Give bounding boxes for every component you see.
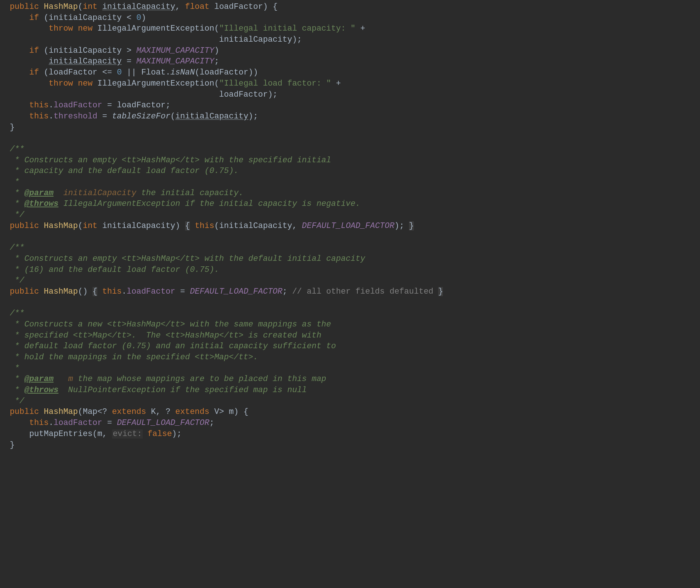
num: 0 [136, 13, 141, 23]
p: ( [78, 287, 83, 296]
semi: ; [297, 35, 302, 44]
K: K [151, 407, 156, 416]
kw-this: this [195, 221, 214, 231]
op: < [97, 407, 102, 416]
const: MAXIMUM_CAPACITY [136, 57, 214, 66]
semi: ; [214, 57, 219, 66]
op: = [102, 112, 107, 121]
inline-hint: evict: [112, 429, 143, 439]
doc-throws-type: IllegalArgumentException [63, 199, 180, 208]
method-name: HashMap [44, 407, 78, 416]
p: ) [292, 35, 297, 44]
id: loadFactor [117, 101, 166, 110]
p: ) [394, 221, 399, 231]
dot: . [49, 418, 53, 428]
doc: /** [10, 243, 24, 252]
p: ( [93, 429, 97, 439]
p: ( [214, 221, 219, 231]
kw-extends: extends [112, 407, 146, 416]
cls: Float [141, 68, 166, 77]
num: 0 [117, 68, 122, 77]
p: ( [78, 407, 83, 416]
semi: ; [253, 112, 258, 121]
op: < [127, 13, 131, 23]
kw-this: this [29, 101, 49, 110]
p: ( [44, 13, 49, 23]
kw-public: public [10, 407, 39, 416]
comma: , [292, 221, 297, 231]
doc-param-name: m [68, 374, 73, 384]
type-map: Map [83, 407, 97, 416]
p: ( [214, 79, 219, 88]
dot: . [166, 68, 170, 77]
semi: ; [273, 90, 277, 99]
p: ) [248, 68, 253, 77]
doc: * Constructs an empty <tt>HashMap</tt> w… [10, 156, 331, 165]
op: > [127, 46, 131, 55]
id: initialCapacity [219, 221, 292, 231]
kw-int: int [83, 221, 97, 231]
p: ) [141, 13, 146, 23]
call: isNaN [170, 68, 195, 77]
kw-false: false [148, 429, 172, 439]
kw-if: if [29, 68, 39, 77]
comma: , [175, 2, 180, 11]
p: ( [170, 112, 175, 121]
doc: * default load factor (0.75) and an init… [10, 342, 336, 351]
doc: * Constructs a new <tt>HashMap</tt> with… [10, 320, 331, 329]
dot: . [49, 112, 53, 121]
doc: * capacity and the default load factor (… [10, 166, 239, 176]
p: ) [172, 429, 177, 439]
id: loadFactor [49, 68, 97, 77]
dot: . [122, 287, 127, 296]
param-m: m [229, 407, 234, 416]
doc: /** [10, 309, 24, 318]
sp [53, 188, 63, 198]
doc-param-name: initialCapacity [63, 188, 136, 198]
semi: ; [166, 101, 170, 110]
const: DEFAULT_LOAD_FACTOR [302, 221, 395, 231]
kw-throw: throw [49, 79, 73, 88]
op: <= [102, 68, 112, 77]
method-name: HashMap [44, 287, 78, 296]
fld: loadFactor [53, 418, 102, 428]
kw-this: this [29, 112, 49, 121]
semi: ; [283, 287, 287, 296]
doc: * [10, 385, 24, 395]
brace: } [409, 221, 414, 231]
p: ) [253, 68, 258, 77]
doc: * Constructs an empty <tt>HashMap</tt> w… [10, 254, 365, 263]
p: ) [175, 221, 180, 231]
kw-throw: throw [49, 24, 73, 33]
p: ) [268, 90, 273, 99]
semi: ; [177, 429, 181, 439]
op: = [180, 287, 185, 296]
doc-throws-tag: @throws [24, 199, 58, 208]
kw-public: public [10, 287, 39, 296]
op: + [336, 79, 341, 88]
kw-public: public [10, 2, 39, 11]
id: loadFactor [219, 90, 268, 99]
sp [53, 374, 68, 384]
kw-if: if [29, 13, 39, 23]
comment: // all other fields defaulted [292, 287, 433, 296]
method-name: HashMap [44, 221, 78, 231]
p: ) [83, 287, 87, 296]
doc: * (16) and the default load factor (0.75… [10, 265, 219, 274]
str: "Illegal initial capacity: " [219, 24, 356, 33]
id: initialCapacity [49, 57, 122, 66]
call: tableSizeFor [112, 112, 170, 121]
doc: * [10, 374, 24, 384]
p: ) [214, 46, 219, 55]
kw-this: this [29, 418, 49, 428]
doc: * [10, 364, 19, 373]
p: ( [195, 68, 200, 77]
doc: /** [10, 145, 24, 154]
paren: ) [263, 2, 268, 11]
exc-type: IllegalArgumentException [97, 79, 214, 88]
brace: } [438, 287, 443, 296]
doc: the initial capacity. [141, 188, 243, 198]
p: ) [234, 407, 239, 416]
dot: . [49, 101, 53, 110]
code-editor[interactable]: public HashMap(int initialCapacity, floa… [0, 0, 700, 455]
